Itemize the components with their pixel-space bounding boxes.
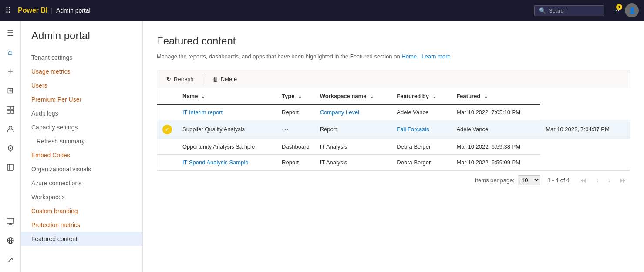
svg-point-5 — [10, 148, 11, 149]
row-featured-date-4: Mar 10 2022, 6:59:09 PM — [451, 154, 540, 170]
workspace-sort-icon: ⌄ — [370, 94, 374, 99]
name-sort-icon: ⌄ — [201, 94, 205, 99]
rail-create-icon[interactable]: + — [2, 63, 19, 80]
avatar-icon: 👤 — [628, 7, 636, 14]
row-checkbox-1[interactable] — [157, 104, 178, 120]
brand-logo: Power BI — [18, 7, 47, 14]
rail-expand-icon[interactable]: ↗ — [2, 251, 19, 269]
rail-home-icon[interactable]: ⌂ — [2, 44, 19, 61]
sidebar-item-featured-content[interactable]: Featured content — [21, 232, 142, 246]
search-box[interactable]: 🔍 — [534, 5, 604, 16]
home-link[interactable]: Home. — [401, 53, 418, 60]
avatar[interactable]: 👤 — [625, 3, 639, 17]
row-type-1: Report — [276, 104, 315, 120]
svg-rect-0 — [7, 106, 10, 109]
search-icon: 🔍 — [539, 7, 546, 14]
sidebar-item-usage-metrics[interactable]: Usage metrics — [21, 65, 142, 78]
row-type-3: Dashboard — [276, 139, 315, 154]
sidebar-item-audit-logs[interactable]: Audit logs — [21, 106, 142, 120]
sidebar-item-protection-metrics[interactable]: Protection metrics — [21, 218, 142, 232]
delete-button[interactable]: 🗑 Delete — [207, 73, 243, 85]
sidebar-item-tenant-settings[interactable]: Tenant settings — [21, 51, 142, 65]
row-name-2: Supplier Quality Analysis — [177, 120, 276, 139]
sidebar-item-custom-branding[interactable]: Custom branding — [21, 204, 142, 218]
rail-dashboard-icon[interactable] — [2, 101, 19, 119]
row-type-4: Report — [276, 154, 315, 170]
type-sort-icon: ⌄ — [298, 94, 302, 99]
pagination: Items per page: 10 25 50 100 1 - 4 of 4 … — [157, 170, 630, 190]
sidebar-item-users[interactable]: Users — [21, 78, 142, 92]
items-per-page-select[interactable]: 10 25 50 100 — [518, 175, 540, 185]
refresh-button[interactable]: ↻ Refresh — [161, 73, 199, 85]
row-checkbox-2[interactable]: ✓ — [157, 120, 178, 139]
content-description: Manage the reports, dashboards, and apps… — [157, 52, 630, 61]
row-workspace-3: IT Analysis — [315, 139, 392, 154]
svg-rect-3 — [11, 110, 14, 113]
row-featured-by-2: Adele Vance — [451, 120, 540, 139]
featured-sort-icon: ⌄ — [484, 94, 488, 99]
sidebar-item-capacity-settings[interactable]: Capacity settings — [21, 120, 142, 134]
rail-rocket-icon[interactable] — [2, 139, 19, 157]
rail-menu-icon[interactable]: ☰ — [2, 24, 19, 42]
sidebar-item-premium-per-user[interactable]: Premium Per User — [21, 92, 142, 106]
notifications-button[interactable]: ⋯ 1 — [613, 7, 620, 15]
row-name-link-4[interactable]: IT Spend Analysis Sample — [182, 159, 249, 166]
row-workspace-4: IT Analysis — [315, 154, 392, 170]
pagination-prev-button[interactable]: ‹ — [593, 175, 601, 186]
search-input[interactable] — [549, 7, 599, 14]
row-featured-date-3: Mar 10 2022, 6:59:38 PM — [451, 139, 540, 154]
row-workspace-2: Fall Forcasts — [391, 120, 451, 139]
table-row: ✓ Supplier Quality Analysis ⋯ Report Fal… — [157, 120, 630, 139]
pagination-last-button[interactable]: ⏭ — [617, 175, 630, 186]
row-workspace-link-2[interactable]: Fall Forcasts — [397, 126, 429, 133]
sidebar-item-azure-connections[interactable]: Azure connections — [21, 176, 142, 190]
pagination-first-button[interactable]: ⏮ — [577, 175, 590, 186]
svg-rect-6 — [7, 164, 13, 170]
table-row: Opportunity Analysis Sample Dashboard IT… — [157, 139, 630, 154]
table-header-row: Name ⌄ Type ⌄ Workspace name ⌄ Featured … — [157, 88, 630, 104]
row-workspace-1: Company Level — [315, 104, 392, 120]
col-workspace[interactable]: Workspace name ⌄ — [315, 88, 392, 104]
col-name[interactable]: Name ⌄ — [177, 88, 276, 104]
row-name-1: IT Interim report — [177, 104, 276, 120]
sidebar-item-workspaces[interactable]: Workspaces — [21, 190, 142, 204]
row-checkbox-4[interactable] — [157, 154, 178, 170]
sidebar-item-organizational-visuals[interactable]: Organizational visuals — [21, 162, 142, 176]
items-per-page-label: Items per page: — [475, 177, 514, 184]
rail-bookmark-icon[interactable]: ⊞ — [2, 82, 19, 99]
svg-rect-8 — [7, 218, 14, 223]
pagination-next-button[interactable]: › — [605, 175, 614, 186]
row-checkbox-3[interactable] — [157, 139, 178, 154]
row-workspace-link-1[interactable]: Company Level — [320, 109, 359, 116]
toolbar: ↻ Refresh 🗑 Delete — [157, 70, 630, 88]
main-layout: ☰ ⌂ + ⊞ ↗ Admin portal Tenant settings U… — [0, 21, 644, 272]
rail-globe-icon[interactable] — [2, 232, 19, 249]
content-area: Featured content Manage the reports, das… — [143, 21, 644, 272]
rail-book-icon[interactable] — [2, 159, 19, 176]
row-featured-date-1: Mar 10 2022, 7:05:10 PM — [451, 104, 540, 120]
col-featured-by[interactable]: Featured by ⌄ — [391, 88, 451, 104]
sidebar-item-refresh-summary[interactable]: Refresh summary — [21, 134, 142, 148]
table-row: IT Spend Analysis Sample Report IT Analy… — [157, 154, 630, 170]
topbar-icons: ⋯ 1 👤 — [613, 3, 639, 17]
row-name-text-2: Supplier Quality Analysis — [182, 126, 245, 133]
col-type[interactable]: Type ⌄ — [276, 88, 315, 104]
row-actions-2[interactable]: ⋯ — [276, 120, 315, 139]
refresh-icon: ↻ — [166, 76, 171, 82]
topbar-brand: Power BI | Admin portal — [18, 7, 91, 14]
sidebar-item-embed-codes[interactable]: Embed Codes — [21, 148, 142, 162]
row-more-icon[interactable]: ⋯ — [282, 126, 290, 133]
grid-icon[interactable]: ⠿ — [5, 6, 11, 15]
row-name-link-1[interactable]: IT Interim report — [182, 109, 223, 116]
toolbar-separator — [203, 74, 203, 84]
row-featured-by-3: Debra Berger — [391, 139, 451, 154]
col-checkbox — [157, 88, 178, 104]
rail-monitor-icon[interactable] — [2, 213, 19, 230]
page-title: Featured content — [157, 35, 630, 47]
sidebar: Admin portal Tenant settings Usage metri… — [21, 21, 143, 272]
learn-more-link[interactable]: Learn more — [421, 53, 450, 60]
featured-by-sort-icon: ⌄ — [432, 94, 436, 99]
icon-rail: ☰ ⌂ + ⊞ ↗ — [0, 21, 21, 272]
rail-people-icon[interactable] — [2, 120, 19, 138]
col-featured[interactable]: Featured ⌄ — [451, 88, 540, 104]
